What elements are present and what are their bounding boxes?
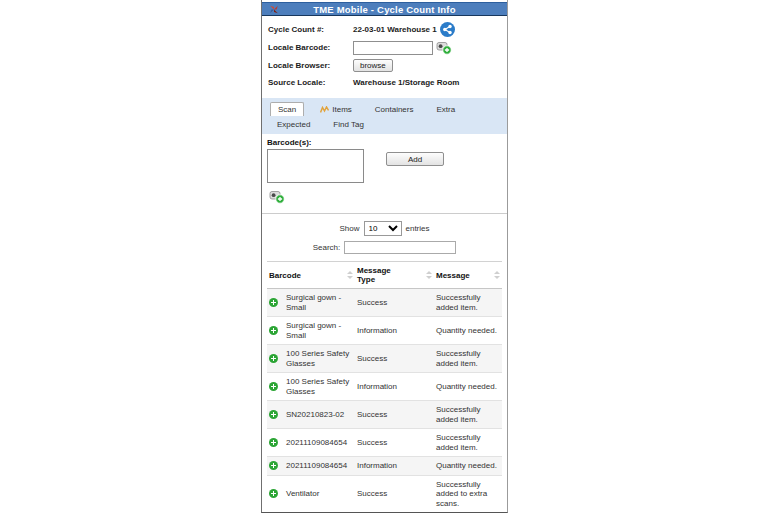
tab-label: Expected — [277, 120, 310, 129]
message-type-cell: Success — [355, 475, 434, 513]
expand-row-plus-icon[interactable] — [269, 410, 278, 419]
tab-expected[interactable]: Expected — [270, 118, 317, 131]
table-row[interactable]: VentilatorSuccessSuccessfully added to e… — [267, 475, 502, 513]
message-type-cell: Information — [355, 317, 434, 345]
tab-scan[interactable]: Scan — [270, 102, 304, 116]
column-header-message[interactable]: Message — [434, 262, 502, 289]
tab-label: Items — [332, 105, 352, 114]
barcodes-textarea[interactable] — [267, 149, 364, 183]
expand-row-plus-icon[interactable] — [269, 326, 278, 335]
entries-label: entries — [406, 224, 430, 233]
page-size-select[interactable]: 10 — [364, 221, 402, 236]
scan-panel: Barcode(s): Add — [262, 134, 507, 204]
search-input[interactable] — [344, 241, 456, 254]
barcode-cell: 100 Series Safety Glasses — [286, 349, 353, 368]
message-type-cell: Success — [355, 345, 434, 373]
message-cell: Quantity needed. — [434, 373, 502, 401]
tab-label: Containers — [375, 105, 414, 114]
cycle-count-form: Cycle Count #: 22-03-01 Warehouse 1 Loca… — [262, 16, 507, 94]
column-header-barcode[interactable]: Barcode — [267, 262, 355, 289]
message-type-cell: Information — [355, 457, 434, 476]
items-alert-icon — [320, 106, 329, 114]
expand-row-plus-icon[interactable] — [269, 298, 278, 307]
source-locale-label: Source Locale: — [268, 78, 353, 87]
message-cell: Successfully added to extra scans. — [434, 475, 502, 513]
table-row[interactable]: 20211109084654InformationQuantity needed… — [267, 457, 502, 476]
show-label: Show — [339, 224, 359, 233]
message-type-cell: Success — [355, 401, 434, 429]
barcode-cell: 20211109084654 — [286, 438, 347, 448]
scan-barcode-add-icon[interactable] — [269, 189, 285, 204]
page-title: TME Mobile - Cycle Count Info — [313, 4, 456, 15]
locale-barcode-input[interactable] — [353, 41, 433, 55]
expand-row-plus-icon[interactable] — [269, 382, 278, 391]
add-button[interactable]: Add — [386, 152, 444, 166]
table-row[interactable]: SN20210823-02SuccessSuccessfully added i… — [267, 401, 502, 429]
scan-barcode-add-icon[interactable] — [436, 40, 452, 55]
cycle-count-window: TME Mobile - Cycle Count Info Cycle Coun… — [261, 0, 508, 513]
table-row[interactable]: 20211109084654SuccessSuccessfully added … — [267, 429, 502, 457]
table-row[interactable]: Surgical gown - SmallSuccessSuccessfully… — [267, 289, 502, 317]
column-header-label: Barcode — [269, 271, 301, 280]
table-row[interactable]: 100 Series Safety GlassesSuccessSuccessf… — [267, 345, 502, 373]
barcode-cell: SN20210823-02 — [286, 410, 344, 420]
tab-containers[interactable]: Containers — [368, 103, 421, 116]
tab-label: Extra — [436, 105, 455, 114]
column-header-label: Message — [436, 271, 470, 280]
column-header-message-type[interactable]: Message Type — [355, 262, 434, 289]
expand-row-plus-icon[interactable] — [269, 489, 278, 498]
locale-barcode-label: Locale Barcode: — [268, 43, 353, 52]
expand-row-plus-icon[interactable] — [269, 461, 278, 470]
tab-items[interactable]: Items — [313, 103, 359, 116]
tab-strip: ScanItemsContainersExtra ExpectedFind Ta… — [262, 98, 507, 134]
tab-extra[interactable]: Extra — [429, 103, 462, 116]
tab-label: Scan — [278, 105, 296, 114]
barcode-cell: Surgical gown - Small — [286, 293, 353, 312]
source-locale-value: Warehouse 1/Storage Room — [353, 78, 459, 87]
tab-find-tag[interactable]: Find Tag — [326, 118, 371, 131]
search-label: Search: — [313, 243, 341, 252]
message-cell: Successfully added item. — [434, 401, 502, 429]
table-row[interactable]: Surgical gown - SmallInformationQuantity… — [267, 317, 502, 345]
message-cell: Successfully added item. — [434, 345, 502, 373]
expand-row-plus-icon[interactable] — [269, 354, 278, 363]
section-divider — [262, 213, 507, 214]
message-cell: Quantity needed. — [434, 457, 502, 476]
barcode-cell: Ventilator — [286, 489, 319, 499]
tab-label: Find Tag — [333, 120, 364, 129]
barcode-cell: Surgical gown - Small — [286, 321, 353, 340]
expand-row-plus-icon[interactable] — [269, 438, 278, 447]
message-type-cell: Success — [355, 429, 434, 457]
barcode-cell: 100 Series Safety Glasses — [286, 377, 353, 396]
sort-icon — [426, 271, 432, 279]
column-header-label: Message Type — [357, 266, 401, 284]
barcodes-label: Barcode(s): — [267, 138, 501, 147]
message-cell: Successfully added item. — [434, 429, 502, 457]
page-size-control: Show 10 entries — [262, 221, 507, 236]
sort-icon — [347, 271, 353, 279]
message-cell: Quantity needed. — [434, 317, 502, 345]
sort-icon — [494, 271, 500, 279]
app-logo-icon — [269, 4, 279, 15]
scan-results-table: BarcodeMessage TypeMessage Surgical gown… — [267, 261, 502, 513]
table-row[interactable]: 100 Series Safety GlassesInformationQuan… — [267, 373, 502, 401]
message-type-cell: Success — [355, 289, 434, 317]
message-type-cell: Information — [355, 373, 434, 401]
cycle-count-value: 22-03-01 Warehouse 1 — [353, 25, 437, 34]
message-cell: Successfully added item. — [434, 289, 502, 317]
locale-browser-label: Locale Browser: — [268, 61, 353, 70]
browse-button[interactable]: browse — [353, 59, 393, 72]
cycle-count-label: Cycle Count #: — [268, 25, 353, 34]
search-control: Search: — [262, 241, 507, 254]
share-icon[interactable] — [440, 22, 455, 37]
title-bar: TME Mobile - Cycle Count Info — [262, 2, 507, 16]
barcode-cell: 20211109084654 — [286, 461, 347, 471]
